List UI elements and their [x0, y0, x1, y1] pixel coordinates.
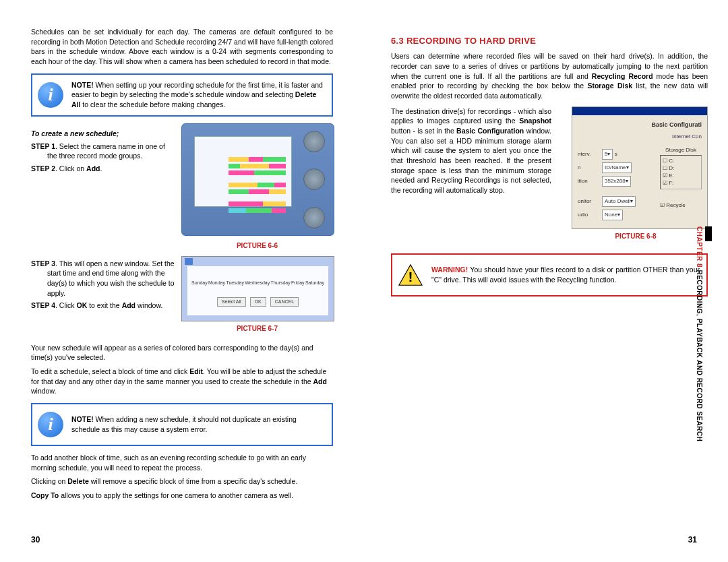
- warning-text: WARNING! You should have your files reco…: [431, 265, 700, 284]
- fig67-days: SundayMondayTuesdayWednesdayThursdayFrid…: [191, 280, 324, 286]
- page-num-left: 30: [31, 534, 40, 546]
- info-icon: i: [38, 412, 63, 437]
- note-1-text: NOTE! When setting up your recording sch…: [71, 80, 325, 110]
- para-copyto: Copy To allows you to apply the settings…: [31, 491, 333, 501]
- hd-para-1: Users can determine where recorded files…: [391, 51, 708, 100]
- figure-6-6: [181, 123, 334, 236]
- page-left: Schedules can be set individually for ea…: [0, 0, 364, 562]
- section-heading: 6.3 RECORDING TO HARD DRIVE: [391, 35, 708, 47]
- warning-icon: !: [398, 263, 423, 286]
- side-tab-marker: [705, 226, 712, 241]
- step-4: STEP 4. Click OK to exit the Add window.: [31, 301, 175, 311]
- page-right: 6.3 RECORDING TO HARD DRIVE Users can de…: [364, 0, 728, 562]
- figure-6-7: SundayMondayTuesdayWednesdayThursdayFrid…: [181, 256, 334, 321]
- para-appear: Your new schedule will appear as a serie…: [31, 343, 333, 363]
- pic-6-6-caption: PICTURE 6-6: [181, 241, 333, 251]
- note-box-2: i NOTE! When adding a new schedule, it s…: [31, 403, 333, 446]
- step-3: STEP 3. This will open a new window. Set…: [31, 259, 175, 299]
- step-2: STEP 2. Click on Add.: [31, 164, 175, 174]
- info-icon: i: [38, 82, 63, 108]
- fig67-buttons: Select AllOKCANCEL: [191, 297, 324, 307]
- chapter-side-label: CHAPTER 8 RECORDING, PLAYBACK AND RECORD…: [694, 226, 704, 441]
- note-2-text: NOTE! When adding a new schedule, it sho…: [71, 414, 325, 434]
- para-delete: Clicking on Delete will remove a specifi…: [31, 476, 333, 487]
- figure-6-8: Basic Configurati Internet Con nterv.5 ▾…: [572, 106, 708, 229]
- warning-box: ! WARNING! You should have your files re…: [391, 253, 708, 296]
- pic-6-8-caption: PICTURE 6-8: [564, 232, 708, 241]
- page-num-right: 31: [688, 534, 697, 546]
- svg-text:!: !: [408, 268, 413, 284]
- para-repeat: To add another block of time, such as an…: [31, 453, 333, 472]
- hd-para-2: The destination drive(s) for recordings …: [391, 106, 551, 247]
- step-1: STEP 1. Select the camera name in one of…: [31, 142, 175, 161]
- create-heading: To create a new schedule;: [31, 129, 175, 139]
- para-edit: To edit a schedule, select a block of ti…: [31, 367, 333, 396]
- intro-para: Schedules can be set individually for ea…: [31, 27, 333, 67]
- pic-6-7-caption: PICTURE 6-7: [181, 324, 333, 334]
- note-box-1: i NOTE! When setting up your recording s…: [31, 73, 333, 117]
